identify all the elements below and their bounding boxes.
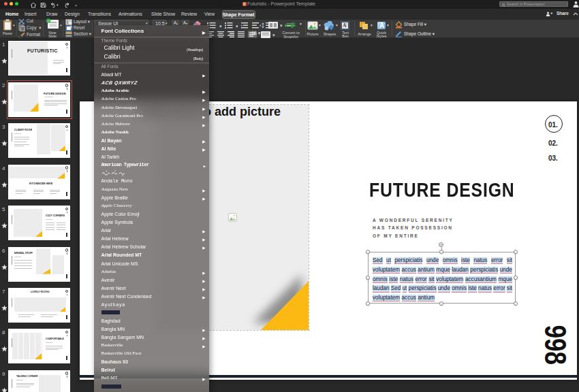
svg-text:▾: ▾ bbox=[272, 33, 275, 37]
svg-text:A: A bbox=[379, 22, 384, 29]
svg-text:▾: ▾ bbox=[219, 24, 222, 29]
svg-text:▾: ▾ bbox=[57, 3, 59, 7]
svg-text:▿: ▿ bbox=[75, 3, 77, 7]
svg-text:▾: ▾ bbox=[236, 24, 238, 29]
svg-text:▾: ▾ bbox=[280, 23, 283, 28]
